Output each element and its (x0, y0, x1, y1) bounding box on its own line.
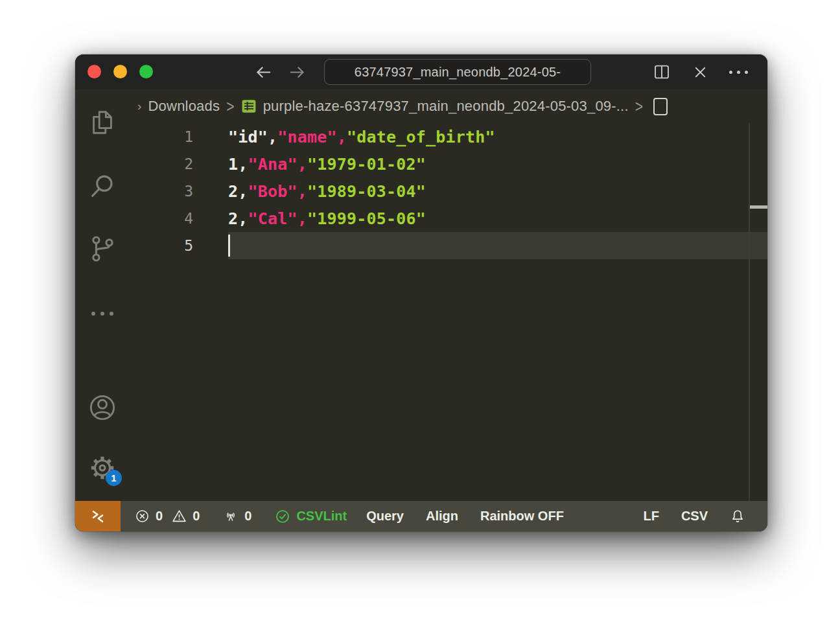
editor-scrollbar-divider (749, 123, 750, 501)
query-label: Query (366, 509, 404, 524)
code-token: "name" (277, 128, 337, 146)
window-title: 63747937_main_neondb_2024-05- (355, 65, 561, 80)
radio-tower-icon (223, 509, 239, 524)
close-icon[interactable] (692, 64, 709, 81)
back-icon[interactable] (254, 63, 273, 82)
csvlint-label: CSVLint (296, 509, 347, 524)
minimize-window-button[interactable] (113, 65, 127, 78)
rainbow-label: Rainbow OFF (480, 509, 564, 524)
csv-file-icon (241, 99, 257, 114)
bell-icon (730, 509, 745, 524)
line-number: 1 (130, 128, 193, 145)
current-line-highlight (228, 232, 767, 259)
title-bar: 63747937_main_neondb_2024-05- (75, 54, 767, 89)
zoom-window-button[interactable] (139, 65, 153, 78)
line-number: 4 (130, 210, 193, 227)
code-token: , (238, 209, 248, 228)
split-editor-icon[interactable] (652, 62, 671, 82)
forward-icon[interactable] (288, 63, 307, 82)
code-token: "1989-03-04" (307, 182, 426, 201)
account-icon[interactable] (88, 393, 117, 423)
editor-area: › Downloads > purple-haze-63747937_main_… (130, 89, 767, 501)
code-token: 1 (228, 155, 238, 174)
source-control-icon[interactable] (88, 234, 117, 264)
more-views-icon[interactable] (91, 310, 113, 317)
warning-count: 0 (192, 509, 200, 524)
search-icon[interactable] (88, 172, 117, 202)
align-label: Align (426, 509, 458, 524)
chevron-right-icon: > (226, 97, 234, 116)
language-indicator[interactable]: CSV (681, 509, 708, 524)
line-content: 2,"Cal","1999-05-06" (228, 209, 426, 228)
code-line-1[interactable]: 1"id","name","date_of_birth" (130, 123, 767, 150)
csvlint-status[interactable]: CSVLint (275, 509, 347, 524)
language-label: CSV (681, 509, 708, 524)
notifications-bell[interactable] (730, 509, 745, 524)
activity-bar: 1 (75, 89, 130, 501)
close-window-button[interactable] (88, 65, 101, 78)
command-center-search[interactable]: 63747937_main_neondb_2024-05- (324, 59, 591, 85)
more-actions-icon[interactable] (729, 71, 748, 74)
code-token: "Ana" (248, 155, 298, 174)
line-number: 2 (130, 156, 193, 172)
line-content: "id","name","date_of_birth" (228, 128, 495, 146)
settings-icon[interactable]: 1 (88, 453, 117, 483)
code-token: , (238, 182, 248, 201)
status-bar: 0 0 0 CSVLint Query Align Rainbow OFF LF… (75, 501, 767, 531)
eol-label: LF (643, 509, 659, 524)
code-token: 2 (228, 209, 238, 228)
code-line-3[interactable]: 32,"Bob","1989-03-04" (130, 178, 767, 205)
problems-indicator[interactable]: 0 0 (135, 509, 200, 524)
code-line-5[interactable]: 5 (130, 232, 767, 259)
rainbow-toggle[interactable]: Rainbow OFF (480, 509, 564, 524)
line-content: 1,"Ana","1979-01-02" (228, 155, 426, 174)
code-token: 2 (228, 182, 238, 201)
code-token: , (268, 128, 277, 146)
code-line-4[interactable]: 42,"Cal","1999-05-06" (130, 205, 767, 232)
files-icon[interactable] (88, 108, 117, 137)
chevron-right-icon: > (635, 97, 643, 116)
code-token: "Cal" (248, 209, 298, 228)
code-token: , (238, 155, 248, 174)
code-editor[interactable]: 1"id","name","date_of_birth"21,"Ana","19… (130, 123, 767, 501)
check-circle-icon (275, 509, 290, 524)
breadcrumb-symbol-icon[interactable] (653, 98, 668, 115)
line-number: 5 (130, 237, 193, 254)
warning-icon (172, 509, 187, 524)
code-token: , (298, 182, 307, 201)
ports-count: 0 (244, 509, 251, 524)
code-token: "1979-01-02" (307, 155, 426, 174)
line-content: 2,"Bob","1989-03-04" (228, 182, 426, 201)
overview-ruler-marker[interactable] (750, 205, 767, 209)
breadcrumb: › Downloads > purple-haze-63747937_main_… (130, 89, 767, 123)
breadcrumb-collapsed-chevron[interactable]: › (137, 99, 142, 113)
code-lines: 1"id","name","date_of_birth"21,"Ana","19… (130, 123, 767, 259)
traffic-lights (88, 65, 153, 78)
vscode-window: 63747937_main_neondb_2024-05- (75, 54, 767, 531)
code-token: , (298, 155, 307, 174)
line-content (228, 235, 230, 257)
breadcrumb-item-downloads[interactable]: Downloads (148, 98, 220, 115)
code-token: "id" (228, 128, 268, 146)
remote-icon (89, 508, 106, 525)
error-icon (135, 509, 150, 524)
breadcrumb-item-file[interactable]: purple-haze-63747937_main_neondb_2024-05… (263, 98, 629, 115)
align-button[interactable]: Align (426, 509, 458, 524)
text-cursor (228, 235, 230, 257)
code-token: "date_of_birth" (347, 128, 495, 146)
settings-badge: 1 (106, 470, 122, 486)
eol-indicator[interactable]: LF (643, 509, 659, 524)
remote-indicator[interactable] (75, 501, 121, 531)
code-token: "1999-05-06" (307, 209, 426, 228)
query-button[interactable]: Query (366, 509, 404, 524)
line-number: 3 (130, 183, 193, 200)
code-token: , (337, 128, 347, 146)
code-token: , (298, 209, 307, 228)
error-count: 0 (156, 509, 163, 524)
code-line-2[interactable]: 21,"Ana","1979-01-02" (130, 150, 767, 178)
ports-indicator[interactable]: 0 (223, 509, 251, 524)
code-token: "Bob" (248, 182, 298, 201)
